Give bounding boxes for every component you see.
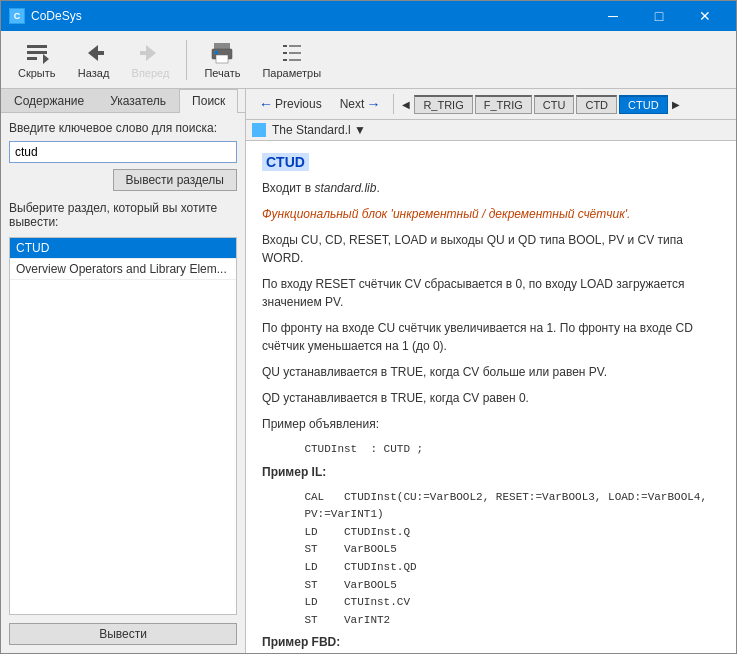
search-input[interactable]: [9, 141, 237, 163]
svg-rect-0: [27, 45, 47, 48]
prev-label: Previous: [275, 97, 322, 111]
il-code: CAL CTUDInst(CU:=VarBOOL2, RESET:=VarBOO…: [278, 489, 720, 630]
il-label: Пример IL:: [262, 463, 720, 481]
forward-icon: [138, 41, 162, 65]
topic-tabs-container: ◀ R_TRIG F_TRIG CTU CTD CTUD ▶: [400, 95, 681, 114]
tab-ctud[interactable]: CTUD: [619, 95, 668, 114]
il-line-6: ST VarBOOL5: [278, 577, 720, 595]
svg-rect-7: [140, 51, 148, 55]
content-area[interactable]: CTUD Входит в standard.lib. Функциональн…: [246, 141, 736, 653]
output-btn-container: Вывести: [1, 615, 245, 653]
content-para-6: QU устанавливается в TRUE, когда CV боль…: [262, 363, 720, 381]
tabs-prev-btn[interactable]: ◀: [400, 97, 412, 112]
params-label: Параметры: [262, 67, 321, 79]
tab-ctd[interactable]: CTD: [576, 95, 617, 114]
svg-rect-14: [283, 59, 287, 61]
svg-rect-16: [289, 52, 301, 54]
tab-bar: Содержание Указатель Поиск: [1, 89, 245, 113]
tab-r-trig[interactable]: R_TRIG: [414, 95, 472, 114]
svg-rect-17: [289, 59, 301, 61]
address-icon: [252, 123, 266, 137]
minimize-button[interactable]: ─: [590, 1, 636, 31]
forward-label: Вперед: [132, 67, 170, 79]
svg-rect-13: [283, 52, 287, 54]
svg-rect-2: [27, 57, 37, 60]
hide-label: Скрыть: [18, 67, 56, 79]
search-button[interactable]: Вывести разделы: [113, 169, 237, 191]
nav-bar: ← Previous Next → ◀ R_TRIG F_TRIG CTU CT…: [246, 89, 736, 120]
main-content: Содержание Указатель Поиск Введите ключе…: [1, 89, 736, 653]
svg-rect-11: [215, 51, 218, 54]
section-label: Выберите раздел, который вы хотите вывес…: [9, 201, 237, 229]
declaration-code: CTUDInst : CUTD ;: [278, 441, 720, 459]
next-button[interactable]: Next →: [333, 93, 388, 115]
left-panel: Содержание Указатель Поиск Введите ключе…: [1, 89, 246, 653]
output-button[interactable]: Вывести: [9, 623, 237, 645]
content-para-4: По входу RESET счётчик CV сбрасывается в…: [262, 275, 720, 311]
window-title: CoDeSys: [31, 9, 82, 23]
content-para-1: Входит в standard.lib.: [262, 179, 720, 197]
maximize-button[interactable]: □: [636, 1, 682, 31]
il-line-2: PV:=VarINT1): [278, 506, 720, 524]
nav-separator: [393, 94, 394, 114]
app-icon: C: [9, 8, 25, 24]
back-label: Назад: [78, 67, 110, 79]
params-icon: [280, 41, 304, 65]
content-para-2: Функциональный блок 'инкрементный / декр…: [262, 205, 720, 223]
il-line-5: LD CTUDInst.QD: [278, 559, 720, 577]
print-button[interactable]: Печать: [195, 36, 249, 84]
back-icon: [82, 41, 106, 65]
svg-marker-3: [43, 54, 49, 64]
forward-button[interactable]: Вперед: [123, 36, 179, 84]
content-para-5: По фронту на входе CU счётчик увеличивае…: [262, 319, 720, 355]
next-label: Next: [340, 97, 365, 111]
svg-rect-1: [27, 51, 47, 54]
fbd-label: Пример FBD:: [262, 633, 720, 651]
svg-rect-15: [289, 45, 301, 47]
content-para-7: QD устанавливается в TRUE, когда CV раве…: [262, 389, 720, 407]
toolbar-separator: [186, 40, 187, 80]
right-panel: ← Previous Next → ◀ R_TRIG F_TRIG CTU CT…: [246, 89, 736, 653]
hide-icon: [25, 41, 49, 65]
next-arrow-icon: →: [366, 96, 380, 112]
hide-button[interactable]: Скрыть: [9, 36, 65, 84]
result-item-overview[interactable]: Overview Operators and Library Elem...: [10, 259, 236, 280]
declaration-label: Пример объявления:: [262, 415, 720, 433]
params-button[interactable]: Параметры: [253, 36, 330, 84]
results-list: CTUD Overview Operators and Library Elem…: [9, 237, 237, 615]
svg-rect-10: [216, 55, 228, 63]
address-bar: The Standard.l ▼: [246, 120, 736, 141]
il-line-4: ST VarBOOL5: [278, 541, 720, 559]
svg-rect-12: [283, 45, 287, 47]
svg-rect-5: [96, 51, 104, 55]
tabs-next-btn[interactable]: ▶: [670, 97, 682, 112]
search-panel: Введите ключевое слово для поиска: Вывес…: [1, 113, 245, 237]
il-line-3: LD CTUDInst.Q: [278, 524, 720, 542]
toolbar: Скрыть Назад Вперед Печать Параметры: [1, 31, 736, 89]
tab-contents[interactable]: Содержание: [1, 89, 97, 112]
tab-search[interactable]: Поиск: [179, 89, 238, 113]
tab-ctu[interactable]: CTU: [534, 95, 575, 114]
prev-arrow-icon: ←: [259, 96, 273, 112]
print-label: Печать: [204, 67, 240, 79]
search-label: Введите ключевое слово для поиска:: [9, 121, 237, 135]
il-line-8: ST VarINT2: [278, 612, 720, 630]
tab-f-trig[interactable]: F_TRIG: [475, 95, 532, 114]
print-icon: [210, 41, 234, 65]
il-line-7: LD CTUInst.CV: [278, 594, 720, 612]
content-title: CTUD: [262, 153, 309, 171]
close-button[interactable]: ✕: [682, 1, 728, 31]
il-line-1: CAL CTUDInst(CU:=VarBOOL2, RESET:=VarBOO…: [278, 489, 720, 507]
prev-button[interactable]: ← Previous: [252, 93, 329, 115]
title-bar: C CoDeSys ─ □ ✕: [1, 1, 736, 31]
content-para-3: Входы CU, CD, RESET, LOAD и выходы QU и …: [262, 231, 720, 267]
result-item-ctud[interactable]: CTUD: [10, 238, 236, 259]
window-controls: ─ □ ✕: [590, 1, 728, 31]
back-button[interactable]: Назад: [69, 36, 119, 84]
address-text[interactable]: The Standard.l ▼: [272, 123, 366, 137]
tab-index[interactable]: Указатель: [97, 89, 179, 112]
